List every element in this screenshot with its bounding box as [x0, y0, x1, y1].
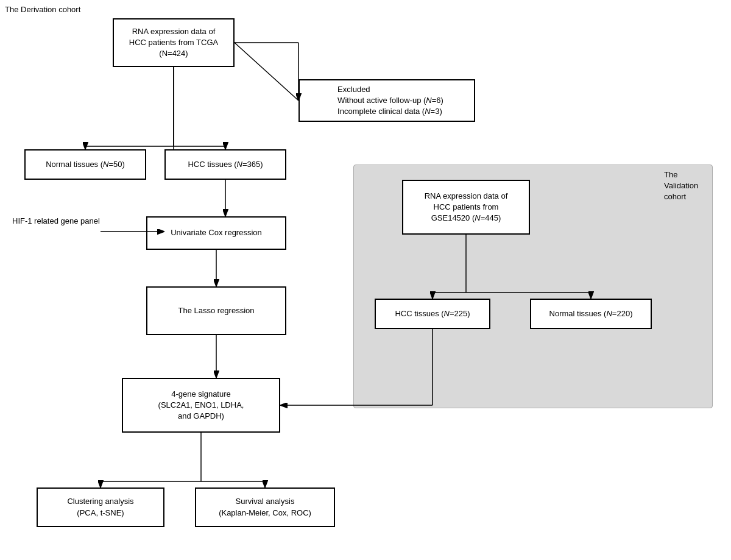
- hif-panel-label: HIF-1 related gene panel: [12, 216, 100, 225]
- derivation-cohort-label: The Derivation cohort: [5, 5, 80, 14]
- normal-tissues-left-box: Normal tissues (N=50): [24, 149, 146, 180]
- excluded-text: ExcludedWithout active follow-up (N=6)In…: [337, 84, 443, 118]
- validation-cohort-label: The Validation cohort: [664, 169, 713, 203]
- lasso-box: The Lasso regression: [146, 286, 286, 335]
- clustering-text: Clustering analysis(PCA, t-SNE): [67, 496, 133, 518]
- normal-tissues-right-box: Normal tissues (N=220): [530, 299, 652, 329]
- hcc-tissues-left-text: HCC tissues (N=365): [188, 159, 263, 170]
- diagram-container: The Derivation cohort The Validation coh…: [0, 0, 731, 560]
- hcc-tissues-left-box: HCC tissues (N=365): [164, 149, 286, 180]
- hcc-tissues-right-text: HCC tissues (N=225): [395, 308, 470, 319]
- four-gene-box: 4-gene signature(SLC2A1, ENO1, LDHA,and …: [122, 378, 280, 433]
- excluded-box: ExcludedWithout active follow-up (N=6)In…: [298, 79, 475, 122]
- hcc-tissues-right-box: HCC tissues (N=225): [375, 299, 490, 329]
- tcga-to-excluded-line: [235, 43, 298, 101]
- four-gene-text: 4-gene signature(SLC2A1, ENO1, LDHA,and …: [158, 389, 244, 422]
- survival-text: Survival analysis(Kaplan-Meier, Cox, ROC…: [219, 496, 311, 518]
- univariate-cox-box: Univariate Cox regression: [146, 216, 286, 250]
- gse-text: RNA expression data ofHCC patients fromG…: [425, 191, 508, 224]
- tcga-box: RNA expression data of HCC patients from…: [113, 18, 235, 67]
- normal-tissues-right-text: Normal tissues (N=220): [549, 308, 633, 319]
- survival-box: Survival analysis(Kaplan-Meier, Cox, ROC…: [195, 487, 335, 527]
- clustering-box: Clustering analysis(PCA, t-SNE): [37, 487, 164, 527]
- normal-tissues-left-text: Normal tissues (N=50): [46, 159, 125, 170]
- gse-box: RNA expression data ofHCC patients fromG…: [402, 180, 530, 235]
